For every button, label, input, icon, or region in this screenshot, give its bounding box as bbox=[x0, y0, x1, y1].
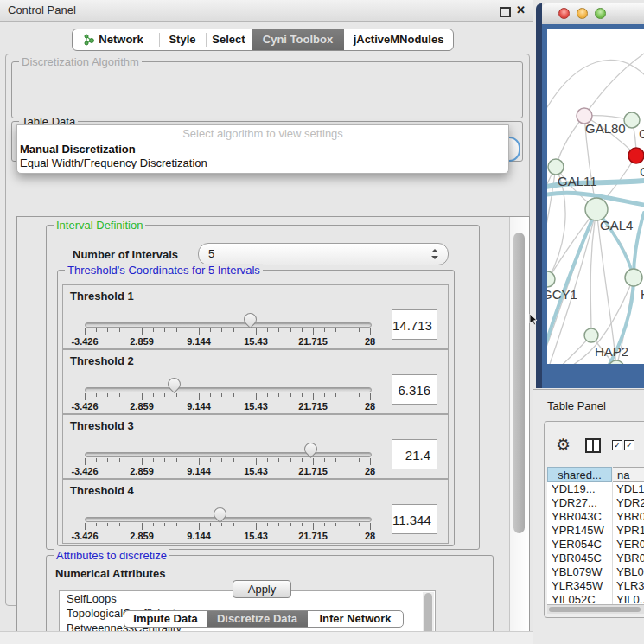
minor-tick bbox=[164, 328, 165, 332]
network-edge[interactable] bbox=[547, 167, 556, 237]
minor-tick bbox=[359, 393, 360, 397]
threshold-value-field[interactable]: 6.316 bbox=[392, 374, 437, 405]
network-edge[interactable] bbox=[547, 335, 591, 364]
network-node[interactable] bbox=[548, 159, 564, 175]
threshold-slider-track[interactable] bbox=[85, 387, 372, 392]
major-tick bbox=[256, 393, 257, 400]
algorithm-option-equal-width[interactable]: Equal Width/Frequency Discretization bbox=[17, 156, 508, 170]
attributes-scroll-thumb[interactable] bbox=[424, 593, 432, 633]
minor-tick bbox=[267, 328, 268, 332]
algorithm-option-manual[interactable]: Manual Discretization bbox=[17, 143, 508, 156]
close-traffic-light[interactable] bbox=[558, 8, 570, 19]
minor-tick bbox=[188, 393, 188, 397]
column-header-name[interactable]: na bbox=[613, 467, 644, 482]
major-tick bbox=[142, 328, 143, 335]
network-edge[interactable] bbox=[556, 116, 584, 167]
minor-tick bbox=[221, 393, 222, 397]
minor-tick bbox=[290, 523, 291, 526]
node-label: C bbox=[640, 164, 644, 179]
threshold-value-field[interactable]: 14.713 bbox=[392, 309, 437, 340]
table-row[interactable]: YIL052CYIL0... bbox=[547, 593, 644, 604]
cyni-mode-tabs: Impute DataDiscretize DataInfer Network bbox=[124, 610, 404, 628]
minor-tick bbox=[210, 328, 211, 332]
tab-network[interactable]: Network bbox=[73, 29, 159, 50]
settings-scrollbar[interactable] bbox=[509, 217, 529, 632]
threshold-slider-track[interactable] bbox=[85, 517, 372, 522]
tab-select[interactable]: Select bbox=[206, 29, 252, 50]
major-tick bbox=[85, 328, 86, 335]
minor-tick bbox=[290, 393, 291, 397]
minor-tick bbox=[245, 523, 245, 526]
major-tick bbox=[142, 523, 143, 530]
threshold-panel-3: Threshold 3-3.4262.8599.14415.4321.71528… bbox=[62, 414, 449, 479]
attributes-group-title: Attributes to discretize bbox=[54, 549, 169, 562]
table-row[interactable]: YBL079WYBL0... bbox=[547, 565, 644, 579]
minor-tick bbox=[221, 328, 222, 332]
major-tick bbox=[256, 523, 257, 530]
apply-button[interactable]: Apply bbox=[233, 580, 291, 598]
settings-scroll-thumb[interactable] bbox=[513, 233, 525, 533]
tab-jactivemnodules[interactable]: jActiveMNodules bbox=[344, 29, 453, 50]
checkbox-icon[interactable]: ✓ bbox=[612, 440, 622, 450]
minor-tick bbox=[188, 458, 188, 462]
tab-impute-data[interactable]: Impute Data bbox=[124, 611, 207, 627]
attributes-list-scrollbar[interactable] bbox=[423, 592, 434, 633]
network-node[interactable] bbox=[624, 112, 640, 128]
threshold-label: Threshold 4 bbox=[70, 484, 134, 497]
minor-tick bbox=[335, 393, 336, 397]
threshold-value-field[interactable]: 21.4 bbox=[392, 439, 437, 469]
table-panel-title: Table Panel bbox=[547, 399, 606, 412]
table-row[interactable]: YBR043CYBR0... bbox=[547, 510, 644, 524]
network-node[interactable] bbox=[628, 148, 644, 163]
cell-shared-name: YBR045C bbox=[552, 552, 602, 565]
major-tick bbox=[313, 523, 314, 530]
zoom-traffic-light[interactable] bbox=[595, 8, 606, 19]
close-icon[interactable]: ✕ bbox=[516, 3, 526, 17]
network-window: GAL80GACGAL11GAL4GCY1HHAP2 bbox=[536, 3, 644, 388]
column-layout-icon[interactable] bbox=[585, 438, 601, 453]
table-row[interactable]: YPR145WYPR1... bbox=[547, 524, 644, 538]
tick-label: 21.715 bbox=[287, 401, 339, 411]
checkbox-icon[interactable]: ✓ bbox=[624, 440, 634, 450]
float-window-icon[interactable] bbox=[500, 7, 511, 17]
tick-label: 28 bbox=[344, 336, 396, 347]
network-node[interactable] bbox=[547, 271, 555, 287]
minor-tick bbox=[119, 393, 120, 397]
tab-infer-network[interactable]: Infer Network bbox=[308, 611, 403, 627]
table-horizontal-scrollbar[interactable] bbox=[547, 604, 644, 614]
threshold-slider-track[interactable] bbox=[85, 322, 372, 328]
table-row[interactable]: YBR045CYBR0... bbox=[547, 552, 644, 565]
network-node[interactable] bbox=[625, 269, 642, 286]
tab-cyni-toolbox[interactable]: Cyni Toolbox bbox=[252, 29, 344, 50]
tab-discretize-data[interactable]: Discretize Data bbox=[207, 611, 308, 627]
tick-label: 15.43 bbox=[230, 336, 282, 347]
minor-tick bbox=[153, 393, 154, 397]
minor-tick bbox=[119, 458, 120, 462]
minor-tick bbox=[188, 328, 188, 332]
node-table-body[interactable]: YDL19...YDL1...YDR27...YDR2...YBR043CYBR… bbox=[547, 482, 644, 604]
tab-style[interactable]: Style bbox=[159, 29, 206, 50]
table-row[interactable]: YDR27...YDR2... bbox=[547, 496, 644, 510]
gear-icon[interactable]: ⚙ bbox=[556, 435, 571, 455]
algorithm-hint-item[interactable]: Select algorithm to view settings bbox=[17, 125, 508, 143]
threshold-value-field[interactable]: 11.344 bbox=[392, 504, 437, 534]
table-row[interactable]: YER054CYER0... bbox=[547, 538, 644, 552]
table-row[interactable]: YDL19...YDL1... bbox=[547, 482, 644, 496]
major-tick bbox=[142, 393, 143, 400]
major-tick bbox=[199, 393, 200, 400]
number-of-intervals-combobox[interactable]: 5 bbox=[198, 243, 449, 265]
threshold-slider-track[interactable] bbox=[85, 452, 372, 457]
table-row[interactable]: YLR345WYLR3... bbox=[547, 579, 644, 593]
network-node[interactable] bbox=[584, 328, 598, 342]
table-scroll-thumb[interactable] bbox=[549, 607, 641, 612]
minor-tick bbox=[221, 458, 222, 462]
minor-tick bbox=[278, 393, 279, 397]
network-canvas[interactable]: GAL80GACGAL11GAL4GCY1HHAP2 bbox=[547, 29, 644, 364]
tick-label: 9.144 bbox=[173, 466, 225, 476]
node-label: GAL80 bbox=[585, 121, 626, 136]
column-header-shared-name[interactable]: shared... bbox=[547, 467, 612, 482]
minimize-traffic-light[interactable] bbox=[577, 8, 588, 19]
minor-tick bbox=[210, 458, 211, 462]
minor-tick bbox=[278, 458, 279, 462]
minor-tick bbox=[131, 393, 131, 397]
